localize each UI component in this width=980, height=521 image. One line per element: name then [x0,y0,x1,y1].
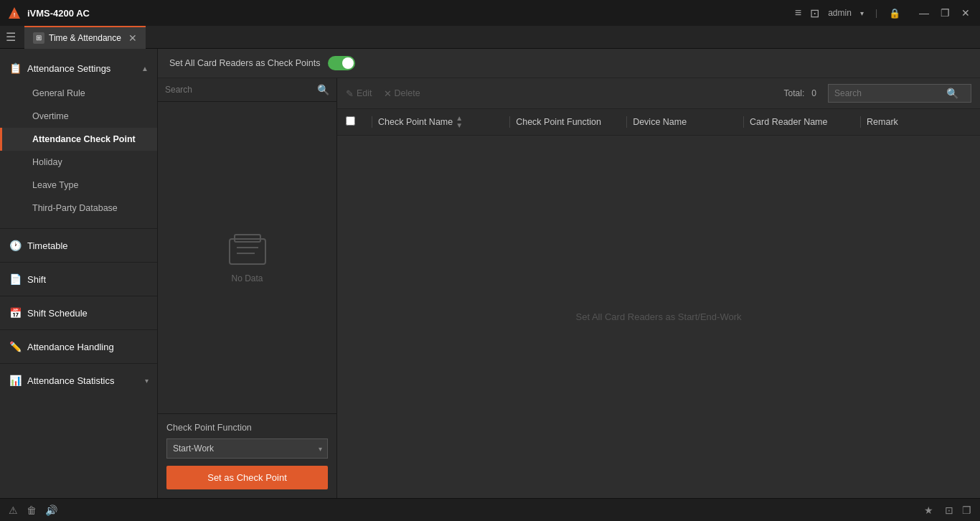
left-search-icon: 🔍 [317,84,329,95]
tab-close-button[interactable]: ✕ [128,32,137,44]
table-header-sep-0 [372,116,372,128]
attendance-statistics-label: Attendance Statistics [27,375,114,386]
table-checkbox-all[interactable] [346,116,366,128]
trash-icon[interactable]: 🗑 [27,504,37,516]
no-data-text: No Data [231,273,263,283]
tab-icon: ⊞ [33,32,44,44]
monitor-icon[interactable]: ⊡ [810,6,819,20]
table-header-sep-1 [509,116,510,128]
close-button[interactable]: ✕ [958,7,973,19]
th-remark-label: Remark [867,117,898,127]
sidebar-divider-1 [0,228,157,229]
main-layout: 📋 Attendance Settings ▲ General Rule Ove… [0,49,980,498]
attendance-handling-icon-wrap: ✏️ Attendance Handling [9,340,114,353]
total-text: Total: [784,88,805,98]
svg-text:!: ! [14,11,16,18]
sidebar-header-timetable[interactable]: 🕐 Timetable [0,232,157,259]
th-reader-label: Card Reader Name [750,117,827,127]
right-panel: ✎ Edit ✕ Delete Total: 0 🔍 [337,78,980,498]
content-area: Set All Card Readers as Check Points 🔍 [158,49,980,498]
edit-icon: ✎ [346,88,354,99]
minimize-button[interactable]: — [916,7,932,19]
select-all-checkbox[interactable] [346,116,355,126]
shift-label: Shift [27,274,46,285]
th-checkpoint-name-label: Check Point Name [378,117,453,127]
schedule-icon: 📅 [9,306,22,319]
toggle-label: Set All Card Readers as Check Points [169,58,321,68]
sidebar-item-attendance-check-point[interactable]: Attendance Check Point [0,128,157,151]
titlebar-right: ≡ ⊡ admin ▾ | 🔒 — ❐ ✕ [795,6,973,20]
speaker-icon[interactable]: 🔊 [45,504,57,516]
total-count-label: Total: 0 [784,88,816,98]
list-icon[interactable]: ≡ [795,6,801,19]
statusbar: ⚠ 🗑 🔊 ★ ⊡ ❐ [0,498,980,521]
svg-rect-2 [230,239,265,264]
delete-label: Delete [395,88,420,98]
restore-button[interactable]: ❐ [938,7,953,19]
toggle-row: Set All Card Readers as Check Points [158,49,980,78]
statistics-icon: 📊 [9,374,22,387]
sort-arrows-checkpoint[interactable]: ▲ ▼ [456,115,463,129]
sidebar-header-shift[interactable]: 📄 Shift [0,266,157,293]
restore-status-icon[interactable]: ❐ [962,504,971,516]
th-device-label: Device Name [633,117,687,127]
titlebar-controls: — ❐ ✕ [916,7,973,19]
clock-icon: 🕐 [9,239,22,252]
table-header: Check Point Name ▲ ▼ Check Point Functio… [337,109,980,136]
alert-icon[interactable]: ⚠ [9,504,18,516]
attendance-settings-label: Attendance Settings [27,63,110,74]
chevron-down-icon[interactable]: ▾ [860,9,864,17]
titlebar-left: ! iVMS-4200 AC [7,6,90,20]
table-header-sep-4 [860,116,861,128]
sidebar-header-attendance-settings[interactable]: 📋 Attendance Settings ▲ [0,55,157,82]
th-fn-label: Check Point Function [516,117,601,127]
sidebar-item-leave-type[interactable]: Leave Type [0,174,157,197]
sidebar-item-general-rule[interactable]: General Rule [0,82,157,105]
time-attendance-tab[interactable]: ⊞ Time & Attendance ✕ [24,26,146,49]
window-icon[interactable]: ⊡ [945,504,953,516]
calendar-icon: 📋 [9,62,22,75]
attendance-settings-items: General Rule Overtime Attendance Check P… [0,82,157,220]
sidebar-header-shift-schedule[interactable]: 📅 Shift Schedule [0,299,157,327]
table-header-sep-2 [626,116,627,128]
shift-schedule-icon-wrap: 📅 Shift Schedule [9,306,88,319]
right-search-icon[interactable]: 🔍 [946,88,958,99]
table-body: Set All Card Readers as Start/End-Work [337,136,980,498]
lock-icon[interactable]: 🔒 [889,8,900,19]
nav-toggle-button[interactable]: ☰ [6,30,16,44]
shift-icon-wrap: 📄 Shift [9,273,46,286]
fn-select[interactable]: Start-Work End-Work Start-Break End-Brea… [166,438,328,459]
sidebar-divider-3 [0,296,157,296]
sidebar-header-attendance-handling[interactable]: ✏️ Attendance Handling [0,333,157,360]
shift-schedule-label: Shift Schedule [27,308,88,319]
sidebar-header-attendance-statistics[interactable]: 📊 Attendance Statistics ▾ [0,367,157,394]
sidebar-item-overtime[interactable]: Overtime [0,105,157,128]
sidebar-divider-2 [0,262,157,263]
delete-button[interactable]: ✕ Delete [384,88,420,99]
sort-down-icon: ▼ [456,122,463,129]
sidebar-item-holiday[interactable]: Holiday [0,151,157,174]
th-checkpoint-name[interactable]: Check Point Name ▲ ▼ [378,115,504,129]
admin-label[interactable]: admin [828,8,852,18]
app-logo: ! [7,6,22,20]
chevron-down-icon-stats: ▾ [145,377,149,385]
sidebar-divider-4 [0,329,157,330]
table-header-sep-3 [743,116,744,128]
right-search-bar: 🔍 [828,84,971,103]
sidebar-item-third-party-db[interactable]: Third-Party Database [0,197,157,220]
left-panel: 🔍 No Data Check Point Function [158,78,337,498]
edit-label: Edit [357,88,372,98]
attendance-statistics-icon-wrap: 📊 Attendance Statistics [9,374,114,387]
sidebar-section-attendance-settings: 📋 Attendance Settings ▲ General Rule Ove… [0,49,157,225]
app-title: iVMS-4200 AC [27,8,90,19]
set-checkpoint-button[interactable]: Set as Check Point [166,466,328,489]
edit-button[interactable]: ✎ Edit [346,88,372,99]
fn-select-wrap: Start-Work End-Work Start-Break End-Brea… [166,438,328,459]
delete-icon: ✕ [384,88,392,99]
toggle-switch[interactable] [328,56,355,70]
right-search-input[interactable] [834,88,942,98]
left-search-input[interactable] [165,85,313,95]
handling-icon: ✏️ [9,340,22,353]
star-icon[interactable]: ★ [924,504,933,516]
th-checkpoint-fn: Check Point Function [516,117,621,127]
